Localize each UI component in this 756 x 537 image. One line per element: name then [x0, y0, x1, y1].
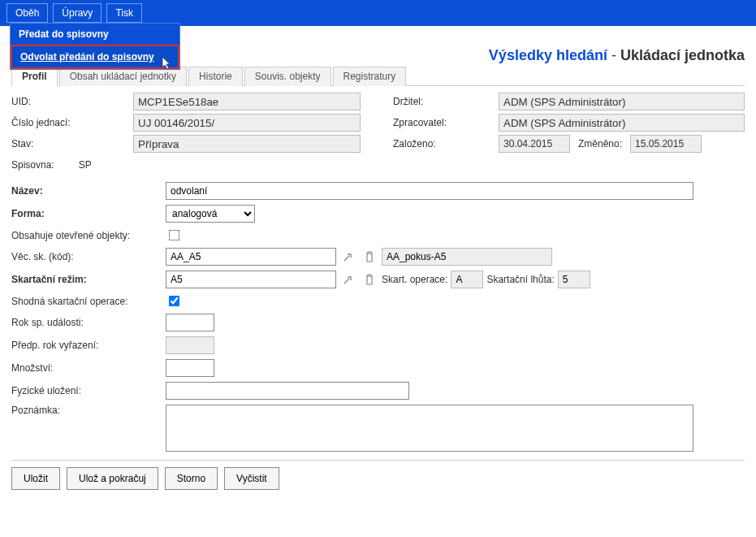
- delete-icon-2[interactable]: [362, 272, 377, 287]
- value-zprac: [499, 114, 745, 132]
- label-obsahuje: Obsahuje otevřené objekty:: [11, 230, 166, 241]
- tab-historie[interactable]: Historie: [188, 67, 243, 86]
- cancel-button[interactable]: Storno: [165, 467, 218, 490]
- label-nazev: Název:: [11, 185, 166, 197]
- input-fyz[interactable]: [166, 382, 409, 400]
- tab-souvis[interactable]: Souvis. objekty: [244, 67, 331, 86]
- checkbox-obsahuje[interactable]: [169, 230, 180, 241]
- title-blue: Výsledky hledání: [489, 47, 607, 63]
- menu-predat-do-spisovny[interactable]: Předat do spisovny: [11, 24, 179, 45]
- label-zprac: Zpracovatel:: [393, 117, 490, 128]
- button-bar: Uložit Ulož a pokračuj Storno Vyčistit: [11, 467, 745, 490]
- label-uid: UID:: [11, 96, 125, 107]
- label-sklh: Skartační lhůta:: [486, 274, 554, 285]
- value-spisovna: SP: [79, 159, 92, 171]
- input-vecsk-name: [382, 248, 552, 266]
- obeh-menu[interactable]: Oběh: [6, 3, 48, 23]
- label-drzitel: Držitel:: [393, 96, 490, 107]
- delete-icon[interactable]: [362, 249, 377, 264]
- label-predp: Předp. rok vyřazení:: [11, 340, 166, 351]
- clear-button[interactable]: Vyčistit: [224, 467, 279, 490]
- label-pozn: Poznámka:: [11, 405, 166, 416]
- tab-registratury[interactable]: Registratury: [333, 67, 407, 86]
- label-shodna: Shodná skartační operace:: [11, 296, 166, 307]
- label-zalozeno: Založeno:: [393, 138, 490, 149]
- value-stav: [133, 135, 361, 153]
- input-mnoz[interactable]: [166, 359, 214, 377]
- divider: [11, 460, 745, 461]
- value-uid: [133, 93, 361, 110]
- value-drzitel: [499, 93, 745, 110]
- input-sklh: [558, 271, 590, 288]
- label-cislo: Číslo jednací:: [11, 117, 125, 128]
- header-fields: UID: Držitel: Číslo jednací: Zpracovatel…: [11, 93, 745, 153]
- tisk-menu[interactable]: Tisk: [106, 3, 142, 23]
- label-skop: Skart. operace:: [382, 274, 447, 285]
- input-skop: [451, 271, 483, 288]
- date-block: 30.04.2015 Změněno: 15.05.2015: [499, 135, 745, 153]
- value-zmeneno: 15.05.2015: [630, 135, 702, 153]
- label-spisovna: Spisovna:: [11, 159, 54, 171]
- select-forma[interactable]: analogová: [166, 205, 255, 223]
- save-button[interactable]: Uložit: [11, 467, 60, 490]
- label-vecsk: Věc. sk. (kód):: [11, 251, 166, 262]
- spisovna-row: Spisovna: SP: [11, 159, 745, 171]
- label-forma: Forma:: [11, 208, 166, 219]
- value-zalozeno: 30.04.2015: [499, 135, 570, 153]
- lookup-icon-2[interactable]: [341, 272, 356, 287]
- input-roksp[interactable]: [166, 314, 214, 331]
- label-zmeneno: Změněno:: [578, 138, 622, 149]
- label-mnoz: Množství:: [11, 362, 166, 374]
- label-roksp: Rok sp. události:: [11, 317, 166, 328]
- lookup-icon[interactable]: [341, 249, 356, 264]
- textarea-pozn[interactable]: [166, 405, 693, 452]
- menu-odvolat-predani[interactable]: Odvolat předání do spisovny: [11, 45, 179, 69]
- label-stav: Stav:: [11, 138, 125, 149]
- input-vecsk-code[interactable]: [166, 248, 336, 266]
- input-nazev[interactable]: [166, 182, 693, 200]
- value-cislo: [133, 114, 361, 132]
- main-toolbar: Oběh Úpravy Tisk Předat do spisovny Odvo…: [0, 0, 756, 26]
- save-continue-button[interactable]: Ulož a pokračuj: [67, 467, 158, 490]
- page-title: Výsledky hledání - Ukládací jednotka: [489, 47, 745, 64]
- input-predp: [166, 336, 214, 354]
- checkbox-shodna[interactable]: [169, 296, 180, 307]
- label-skrez: Skartační režim:: [11, 274, 166, 285]
- label-fyz: Fyzické uložení:: [11, 385, 166, 396]
- menu-odvolat-label: Odvolat předání do spisovny: [20, 51, 154, 63]
- title-black: Ukládací jednotka: [620, 47, 745, 63]
- obeh-dropdown: Předat do spisovny Odvolat předání do sp…: [10, 23, 180, 70]
- input-skrez[interactable]: [166, 271, 336, 288]
- form-area: Název: Forma: analogová Obsahuje otevřen…: [11, 182, 745, 452]
- upravy-menu[interactable]: Úpravy: [53, 3, 102, 23]
